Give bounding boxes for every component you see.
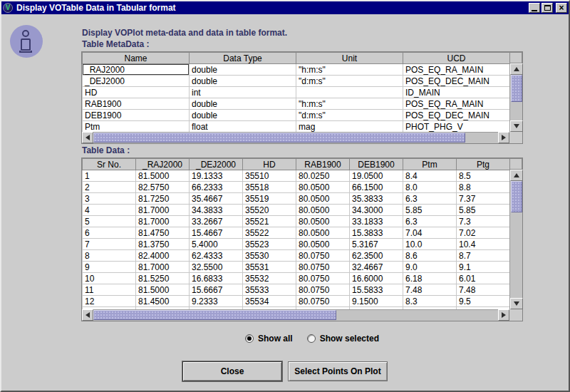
table-cell[interactable]: 80.0500 [296, 182, 350, 193]
table-cell[interactable]: 5.4000 [190, 239, 243, 250]
table-cell[interactable]: 80.0750 [296, 284, 350, 296]
maximize-button[interactable] [542, 3, 553, 13]
table-cell[interactable]: 8.6 [403, 250, 457, 262]
table-cell[interactable]: 9.2333 [190, 296, 243, 307]
table-cell[interactable]: "d:m:s" [296, 110, 403, 121]
scroll-left-button[interactable] [82, 309, 93, 321]
show-selected-radio[interactable] [307, 334, 316, 343]
table-cell[interactable]: 8.0 [403, 182, 457, 193]
table-cell[interactable]: 9.0 [403, 262, 457, 273]
table-cell[interactable]: 81.7000 [136, 205, 190, 216]
table-cell[interactable]: HD [83, 87, 190, 98]
column-header[interactable]: _RAJ2000 [136, 159, 190, 170]
table-cell[interactable]: 66.2333 [190, 182, 243, 193]
column-header[interactable]: Sr No. [83, 159, 136, 170]
table-row[interactable]: DEB1900double"d:m:s"POS_EQ_DEC_MAIN [83, 110, 510, 121]
table-cell[interactable]: 10.0 [403, 239, 457, 250]
table-cell[interactable]: 35533 [243, 284, 296, 296]
table-cell[interactable]: 8.3 [403, 296, 457, 307]
horizontal-scroll-thumb[interactable] [93, 310, 336, 320]
table-cell[interactable]: POS_EQ_DEC_MAIN [403, 110, 510, 121]
column-header[interactable]: Ptg [457, 159, 510, 170]
table-cell[interactable]: 8.5 [457, 170, 510, 182]
table-cell[interactable]: 7 [83, 239, 136, 250]
table-cell[interactable]: 33.1833 [350, 216, 403, 227]
table-cell[interactable]: "h:m:s" [296, 64, 403, 76]
table-cell[interactable]: 35.4667 [190, 193, 243, 205]
table-cell[interactable]: 6 [83, 227, 136, 239]
table-cell[interactable]: PHOT_PHG_V [403, 121, 510, 133]
show-all-label[interactable]: Show all [258, 334, 293, 344]
table-cell[interactable]: 80.0500 [296, 193, 350, 205]
table-cell[interactable]: 81.3750 [136, 239, 190, 250]
select-points-on-plot-button[interactable]: Select Points On Plot [288, 361, 388, 381]
table-cell[interactable]: 8.4 [403, 170, 457, 182]
table-row[interactable]: 481.700034.38333552080.050034.30005.855.… [83, 205, 510, 216]
scroll-up-button[interactable] [510, 63, 523, 75]
table-cell[interactable]: double [190, 98, 296, 110]
table-cell[interactable]: 80.0750 [296, 262, 350, 273]
table-row[interactable]: 181.500019.13333551080.025019.05008.48.5 [83, 170, 510, 182]
table-cell[interactable]: 33.2667 [190, 216, 243, 227]
table-cell[interactable]: 19.1333 [190, 170, 243, 182]
table-cell[interactable]: 15.3833 [350, 227, 403, 239]
table-cell[interactable]: DEB1900 [83, 110, 190, 121]
scroll-down-button[interactable] [510, 298, 523, 309]
table-cell[interactable]: POS_EQ_RA_MAIN [403, 98, 510, 110]
show-all-radio[interactable] [245, 334, 254, 343]
table-cell[interactable]: 34.3000 [350, 205, 403, 216]
table-cell[interactable]: 19.0500 [350, 170, 403, 182]
table-cell[interactable]: 81.7250 [136, 193, 190, 205]
table-cell[interactable]: 4 [83, 205, 136, 216]
table-cell[interactable]: 6.01 [457, 273, 510, 284]
table-cell[interactable]: ID_MAIN [403, 87, 510, 98]
table-row[interactable]: 282.575066.23333551880.050066.15008.08.8 [83, 182, 510, 193]
table-row[interactable]: PtmfloatmagPHOT_PHG_V [83, 121, 510, 133]
table-row[interactable]: RAB1900double"h:m:s"POS_EQ_RA_MAIN [83, 98, 510, 110]
data-horizontal-scrollbar[interactable] [82, 309, 509, 321]
table-cell[interactable]: double [190, 110, 296, 121]
minimize-button[interactable] [529, 3, 540, 13]
vertical-scroll-thumb[interactable] [511, 75, 522, 102]
table-cell[interactable]: 10.4 [457, 239, 510, 250]
table-cell[interactable]: 8 [83, 250, 136, 262]
table-cell[interactable]: 62.3500 [350, 250, 403, 262]
table-cell[interactable]: 15.6667 [190, 284, 243, 296]
table-cell[interactable]: 32.4667 [350, 262, 403, 273]
table-cell[interactable]: 32.5500 [190, 262, 243, 273]
table-cell[interactable]: 80.0750 [296, 250, 350, 262]
table-cell[interactable]: 5 [83, 216, 136, 227]
table-cell[interactable]: 35532 [243, 273, 296, 284]
vertical-scroll-thumb[interactable] [511, 181, 522, 212]
table-cell[interactable]: 7.3 [457, 216, 510, 227]
table-row[interactable]: 381.725035.46673551980.050035.38336.37.3… [83, 193, 510, 205]
table-cell[interactable]: 15.4667 [190, 227, 243, 239]
table-cell[interactable]: 6.3 [403, 216, 457, 227]
table-cell[interactable]: 80.0500 [296, 227, 350, 239]
table-cell[interactable]: 81.5000 [136, 170, 190, 182]
table-cell[interactable]: 80.0250 [296, 170, 350, 182]
table-cell[interactable]: Ptm [83, 121, 190, 133]
table-cell[interactable]: _RAJ2000 [83, 64, 190, 76]
table-cell[interactable]: 2 [83, 182, 136, 193]
table-cell[interactable]: 10 [83, 273, 136, 284]
table-row[interactable]: 882.400062.43333553080.075062.35008.68.7 [83, 250, 510, 262]
table-cell[interactable]: 34.3833 [190, 205, 243, 216]
table-cell[interactable]: int [190, 87, 296, 98]
table-cell[interactable]: 7.37 [457, 193, 510, 205]
table-cell[interactable]: 62.4333 [190, 250, 243, 262]
table-cell[interactable]: 9.5 [457, 296, 510, 307]
table-cell[interactable]: 3 [83, 193, 136, 205]
column-header[interactable]: Unit [296, 53, 403, 64]
scroll-down-button[interactable] [510, 120, 523, 132]
table-cell[interactable]: 35531 [243, 262, 296, 273]
column-header[interactable]: _DEJ2000 [190, 159, 243, 170]
table-cell[interactable]: 81.7000 [136, 262, 190, 273]
table-row[interactable]: _RAJ2000double"h:m:s"POS_EQ_RA_MAIN [83, 64, 510, 76]
column-header[interactable]: Name [83, 53, 190, 64]
scroll-right-button[interactable] [498, 132, 509, 143]
table-cell[interactable]: 80.0750 [296, 273, 350, 284]
table-cell[interactable]: 81.4500 [136, 296, 190, 307]
horizontal-scroll-thumb[interactable] [93, 133, 465, 143]
table-cell[interactable]: 5.85 [403, 205, 457, 216]
